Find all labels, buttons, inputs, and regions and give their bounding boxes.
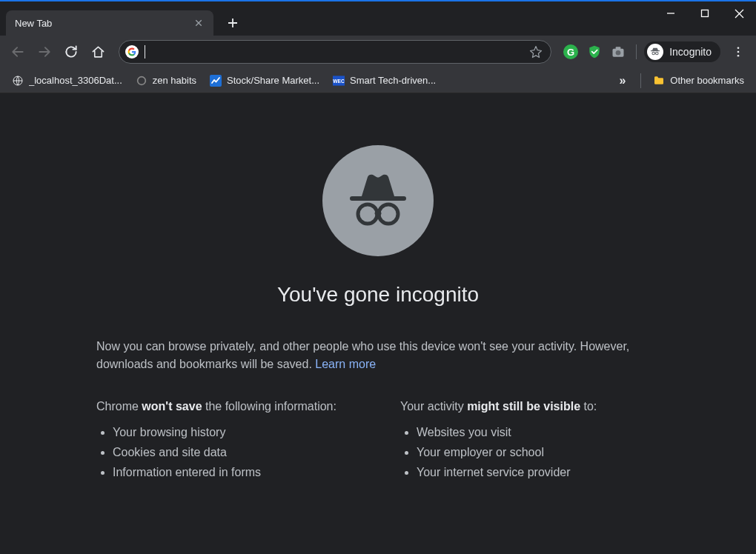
back-button[interactable]	[6, 40, 30, 64]
svg-text:WEC: WEC	[333, 78, 345, 83]
tab-title: New Tab	[15, 18, 193, 29]
list-item: Your internet service provider	[417, 462, 660, 482]
incognito-hero-icon	[322, 145, 434, 256]
bookmark-label: Smart Tech-driven...	[350, 75, 436, 86]
column-heading: Chrome won't save the following informat…	[96, 400, 356, 413]
column-heading: Your activity might still be visible to:	[400, 400, 660, 413]
list-item: Websites you visit	[417, 422, 660, 442]
svg-rect-15	[350, 196, 406, 201]
chart-icon	[210, 75, 222, 87]
bookmark-star-icon[interactable]	[527, 43, 545, 61]
learn-more-link[interactable]: Learn more	[315, 358, 376, 370]
svg-point-3	[616, 50, 621, 56]
incognito-label: Incognito	[669, 46, 712, 58]
bookmark-label: zen habits	[153, 75, 196, 86]
svg-point-5	[652, 52, 654, 54]
address-input[interactable]	[145, 46, 527, 58]
bookmark-label: Stock/Share Market...	[227, 75, 319, 86]
incognito-indicator[interactable]: Incognito	[644, 41, 720, 62]
circle-icon	[136, 75, 147, 87]
svg-point-17	[379, 204, 398, 224]
google-search-icon	[125, 45, 139, 59]
intro-text: Now you can browse privately, and other …	[96, 338, 660, 373]
browser-menu-button[interactable]	[726, 40, 750, 64]
globe-icon	[12, 75, 24, 87]
extension-camera-icon[interactable]	[608, 41, 629, 62]
minimize-button[interactable]	[654, 1, 688, 25]
bookmark-item[interactable]: zen habits	[131, 72, 201, 90]
bookmark-item[interactable]: Stock/Share Market...	[205, 72, 324, 90]
titlebar: New Tab	[0, 1, 756, 36]
bookmark-separator	[640, 73, 641, 88]
forward-button[interactable]	[33, 40, 56, 64]
svg-point-16	[358, 204, 377, 224]
close-tab-icon[interactable]	[193, 17, 205, 29]
home-button[interactable]	[86, 40, 110, 64]
svg-point-6	[656, 52, 658, 54]
svg-point-8	[737, 51, 740, 53]
other-bookmarks-label: Other bookmarks	[670, 75, 744, 86]
bookmarks-bar: _localhost_3306Dat... zen habits Stock/S…	[0, 68, 756, 93]
list-item: Your browsing history	[113, 422, 356, 442]
svg-rect-0	[702, 10, 709, 17]
window-controls	[654, 1, 756, 28]
svg-point-11	[137, 76, 145, 84]
svg-rect-4	[651, 50, 660, 51]
bookmark-item[interactable]: _localhost_3306Dat...	[7, 72, 127, 90]
new-tab-button[interactable]	[222, 13, 243, 33]
folder-icon	[653, 75, 665, 87]
bookmark-label: _localhost_3306Dat...	[29, 75, 122, 86]
wec-icon: WEC	[333, 75, 345, 87]
page-title: You've gone incognito	[277, 283, 479, 307]
reload-button[interactable]	[59, 40, 83, 64]
incognito-icon	[647, 44, 663, 60]
browser-tab[interactable]: New Tab	[6, 10, 213, 36]
toolbar: G Incognito	[0, 36, 756, 68]
extension-grammarly-icon[interactable]: G	[560, 41, 581, 62]
svg-rect-2	[616, 47, 621, 49]
bookmarks-overflow-button[interactable]: »	[611, 74, 633, 87]
bookmark-item[interactable]: WEC Smart Tech-driven...	[328, 72, 440, 90]
toolbar-separator	[636, 44, 637, 59]
maximize-button[interactable]	[688, 1, 722, 25]
other-bookmarks-button[interactable]: Other bookmarks	[649, 72, 749, 90]
extension-shield-icon[interactable]	[584, 41, 605, 62]
page-content: You've gone incognito Now you can browse…	[0, 93, 756, 483]
visible-to-column: Your activity might still be visible to:…	[400, 400, 660, 483]
list-item: Information entered in forms	[113, 462, 356, 482]
list-item: Your employer or school	[417, 442, 660, 462]
svg-point-9	[737, 55, 740, 57]
close-window-button[interactable]	[722, 1, 756, 25]
list-item: Cookies and site data	[113, 442, 356, 462]
svg-point-7	[737, 47, 740, 49]
address-bar[interactable]	[119, 40, 551, 64]
wont-save-column: Chrome won't save the following informat…	[96, 400, 356, 483]
